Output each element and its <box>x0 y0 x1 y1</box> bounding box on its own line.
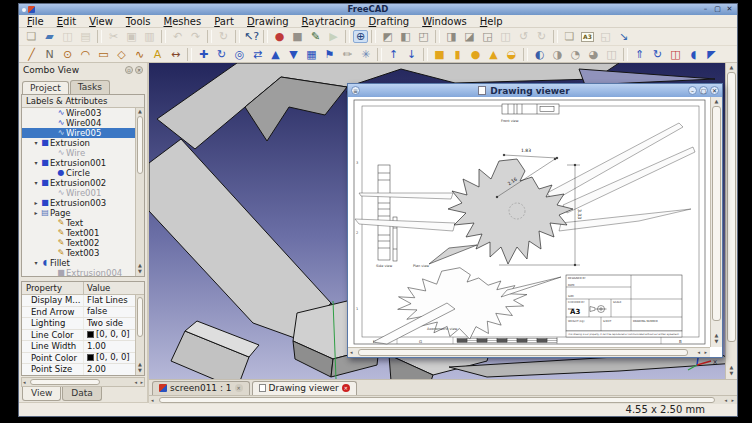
copy-icon[interactable]: ▣ <box>123 29 140 44</box>
scroll-up-icon[interactable]: ▲ <box>726 65 737 70</box>
part-torus-icon[interactable]: ◒ <box>503 47 520 62</box>
macro-record-icon[interactable]: ● <box>271 29 288 44</box>
expander-icon[interactable]: ▸ <box>32 209 40 216</box>
tree-item-fillet[interactable]: ▾ ◖ Fillet <box>22 258 144 268</box>
drawing-export-icon[interactable]: ↘ <box>615 29 632 44</box>
view-rotate-right-icon[interactable]: ↻ <box>533 29 550 44</box>
tree-item-wire005[interactable]: ∿ Wire005 <box>22 128 144 138</box>
part-cylinder-icon[interactable]: ▮ <box>449 47 466 62</box>
tab-close-icon[interactable]: ✕ <box>342 384 350 392</box>
part-fillet-icon[interactable]: ◖ <box>685 47 702 62</box>
scroll-down-icon[interactable]: ▼ <box>136 368 144 373</box>
draft-move-icon[interactable]: ✚ <box>195 47 212 62</box>
tree-item-wire001[interactable]: ∿ Wire001 <box>22 188 144 198</box>
separator[interactable] <box>623 48 628 61</box>
tree-item-wire003[interactable]: ∿ Wire003 <box>22 108 144 118</box>
scroll-right-icon[interactable]: ▸ <box>731 396 734 404</box>
draft-scale-icon[interactable]: ▦ <box>303 47 320 62</box>
draft-bspline-icon[interactable]: ∿ <box>131 47 148 62</box>
scroll-right-icon[interactable]: ▸ <box>140 378 143 386</box>
tab-drawing-viewer[interactable]: Drawing viewer ✕ <box>252 381 357 395</box>
tree-item-circle[interactable]: ● Circle <box>22 168 144 178</box>
view-left-icon[interactable]: ◫ <box>497 29 514 44</box>
dock-hscrollbar[interactable]: ◂ ◂ ▸ <box>21 377 145 387</box>
mdi-hscrollbar[interactable]: ◂ ◂ ▸ <box>149 395 737 404</box>
view-front-icon[interactable]: ◧ <box>397 29 414 44</box>
property-row[interactable]: Point Color [0, 0, 0] <box>22 353 144 365</box>
separator[interactable] <box>161 30 166 43</box>
tab-screen011[interactable]: screen011 : 1 ✕ <box>152 381 250 395</box>
zoom-selection-icon[interactable]: ⊕ <box>353 30 368 43</box>
draft-text-icon[interactable]: A <box>149 47 166 62</box>
drawing-hscrollbar[interactable]: ◂ ◂ ▸ <box>348 347 710 357</box>
panel-close-icon[interactable]: ✕ <box>135 66 143 74</box>
draft-shape2dview-icon[interactable]: ✳ <box>357 47 374 62</box>
menu-tools[interactable]: Tools <box>126 15 151 28</box>
view-top-icon[interactable]: ◰ <box>415 29 432 44</box>
part-revolve-icon[interactable]: ↻ <box>649 47 666 62</box>
drawing-sheet[interactable]: H G B 3 2 1 <box>349 97 711 348</box>
draft-line-icon[interactable]: ╱ <box>23 47 40 62</box>
scroll-left-icon[interactable]: ◂ <box>697 348 700 357</box>
drawing-viewer-titlebar[interactable]: ≡ Drawing viewer –▢✕ <box>348 84 722 97</box>
tab-tasks[interactable]: Tasks <box>70 80 110 94</box>
draft-upgrade-icon[interactable]: ▲ <box>267 47 284 62</box>
scroll-left-icon[interactable]: ◂ <box>23 378 26 386</box>
menu-file[interactable]: File <box>27 15 44 28</box>
part-box-icon[interactable]: ■ <box>431 47 448 62</box>
expander-icon[interactable]: ▸ <box>32 199 40 206</box>
part-extrude-icon[interactable]: ⇑ <box>631 47 648 62</box>
document-open-icon[interactable]: ▰ <box>41 29 58 44</box>
macro-edit-icon[interactable]: ✎ <box>307 29 324 44</box>
part-chamfer-icon[interactable]: ◤ <box>703 47 720 62</box>
tree-item-extrusion001[interactable]: ▾ ■ Extrusion001 <box>22 158 144 168</box>
draft-arc-icon[interactable]: ◠ <box>77 47 94 62</box>
properties-scrollbar[interactable]: ▲ ▼ <box>135 295 144 375</box>
undo-icon[interactable]: ↶ <box>169 29 186 44</box>
menu-view[interactable]: View <box>89 15 113 28</box>
tree-item-extrusion004[interactable]: ■ Extrusion004 <box>22 268 144 277</box>
menu-drawing[interactable]: Drawing <box>247 15 289 28</box>
tree-item-extrusion002[interactable]: ▾ ■ Extrusion002 <box>22 178 144 188</box>
panel-float-icon[interactable]: ▫ <box>125 66 133 74</box>
property-col-header[interactable]: Property <box>22 282 84 294</box>
part-cut-icon[interactable]: ◔ <box>567 47 584 62</box>
scroll-left-icon[interactable]: ◂ <box>724 396 727 404</box>
drawing-vscrollbar[interactable]: ▲ ▲ ▼ <box>710 97 722 347</box>
tree-item-text003[interactable]: ✎ Text003 <box>22 248 144 258</box>
minimize-button[interactable]: – <box>701 5 710 14</box>
scroll-up-icon[interactable]: ▲ <box>711 99 722 104</box>
drawing-a3-landscape-icon[interactable]: A3 <box>579 29 596 44</box>
view-right-icon[interactable]: ◨ <box>443 29 460 44</box>
view-rear-icon[interactable]: ◪ <box>461 29 478 44</box>
scroll-left-icon[interactable]: ◂ <box>134 378 137 386</box>
tree-item-extrusion003[interactable]: ▸ ■ Extrusion003 <box>22 198 144 208</box>
property-row[interactable]: Lighting Two side <box>22 318 144 330</box>
view-isometric-icon[interactable]: ◩ <box>379 29 396 44</box>
expander-icon[interactable]: ▾ <box>32 159 40 166</box>
tree-item-text001[interactable]: ✎ Text001 <box>22 228 144 238</box>
paste-icon[interactable]: ▥ <box>141 29 158 44</box>
separator[interactable] <box>263 30 268 43</box>
document-new-icon[interactable]: ❏ <box>23 29 40 44</box>
tree-item-page[interactable]: ▸ ▤ Page <box>22 208 144 218</box>
expander-icon[interactable]: ▾ <box>32 259 40 266</box>
macro-play-icon[interactable]: ▶ <box>325 29 342 44</box>
draft-dimension-icon[interactable]: ↔ <box>167 47 184 62</box>
draft-rotate-icon[interactable]: ↻ <box>213 47 230 62</box>
menu-help[interactable]: Help <box>480 15 503 28</box>
draft-wire-icon[interactable]: N <box>41 47 58 62</box>
menu-raytracing[interactable]: Raytracing <box>302 15 356 28</box>
separator[interactable] <box>523 48 528 61</box>
property-row[interactable]: Display M... Flat Lines <box>22 295 144 307</box>
menu-meshes[interactable]: Meshes <box>164 15 202 28</box>
window-titlebar[interactable]: FreeCAD –▢✕ <box>19 4 737 15</box>
part-union-icon[interactable]: ◐ <box>531 47 548 62</box>
refresh-icon[interactable]: ↻ <box>215 29 232 44</box>
tree-item-extrusion[interactable]: ▾ ■ Extrusion <box>22 138 144 148</box>
separator[interactable] <box>553 30 558 43</box>
viewport-vscrollbar[interactable]: ▲ ▲ ▼ <box>725 63 737 379</box>
menu-edit[interactable]: Edit <box>57 15 76 28</box>
expander-icon[interactable]: ▾ <box>32 139 40 146</box>
separator[interactable] <box>187 48 192 61</box>
